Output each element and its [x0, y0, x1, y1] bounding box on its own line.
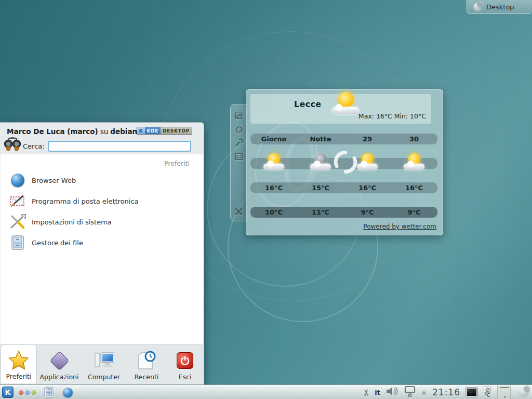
day-temp: 16°C — [391, 184, 437, 192]
kickoff-search-row: Cerca: — [3, 138, 201, 154]
system-tray: ✂ it 21:16 >_ °C — [363, 385, 531, 399]
wetter-credit-link[interactable]: Powered by wetter.com — [363, 223, 436, 230]
desktop-toolbox-label: Desktop — [486, 3, 514, 11]
tab-label: Esci — [179, 373, 192, 381]
weather-header: Lecce Max: 16°C Min: 10°C — [250, 94, 431, 124]
favorite-item-email[interactable]: Programma di posta elettronica — [1, 191, 203, 211]
weather-tray-widget[interactable]: °C — [482, 387, 493, 398]
night-temp: 10°C — [250, 208, 297, 216]
badge-kde-label: KDE — [145, 127, 161, 134]
column-label: 29 — [344, 135, 391, 143]
weather-widget: Lecce Max: 16°C Min: 10°C Giorno Notte 2… — [246, 89, 443, 235]
weather-night-temps-row: 10°C 11°C 9°C 9°C — [250, 207, 437, 218]
konsole-icon[interactable]: >_ — [466, 388, 477, 397]
computer-icon — [94, 350, 114, 371]
tray-expander-icon[interactable] — [421, 391, 427, 394]
configure-wrench-icon[interactable] — [234, 139, 243, 147]
panel-cashew-icon[interactable] — [518, 387, 529, 397]
email-icon — [9, 192, 26, 210]
kde-desktop-badge: K KDE DESKTOP — [137, 127, 192, 135]
applications-diamond-icon — [49, 350, 70, 371]
kickoff-user-title: Marco De Luca (marco)sudebian — [7, 127, 137, 136]
file-manager-launcher[interactable] — [43, 387, 55, 398]
recent-documents-icon — [136, 350, 157, 371]
panel-clock[interactable]: 21:16 — [432, 387, 460, 397]
green-dot-icon — [31, 390, 36, 395]
night-temp: 9°C — [391, 208, 437, 216]
kickoff-menu: Marco De Luca (marco)sudebian K KDE DESK… — [0, 122, 204, 385]
widget-handle[interactable] — [230, 104, 247, 221]
column-label: Giorno — [250, 135, 297, 143]
weather-max-min: Max: 16°C Min: 10°C — [358, 112, 426, 120]
tab-label: Preferiti — [6, 373, 32, 380]
blue-dot-icon — [25, 390, 30, 395]
file-cabinet-icon — [9, 234, 26, 251]
weather-city: Lecce — [294, 99, 321, 109]
power-icon — [175, 350, 195, 371]
column-label: 30 — [391, 135, 437, 143]
web-browser-icon — [9, 171, 26, 189]
tab-esci[interactable]: Esci — [167, 345, 203, 384]
red-dot-icon — [19, 390, 23, 395]
tab-label: Computer — [88, 373, 120, 381]
tab-recenti[interactable]: Recenti — [126, 345, 167, 384]
day-temp: 16°C — [250, 184, 297, 192]
panel-widget-strip[interactable] — [497, 385, 511, 399]
bottom-panel: K ✂ it 21:16 >_ — [0, 385, 532, 399]
sun-behind-clouds-icon — [331, 91, 361, 116]
weather-column-headers: Giorno Notte 29 30 — [250, 134, 437, 144]
close-icon[interactable] — [234, 207, 243, 216]
tab-label: Applicazioni — [40, 373, 79, 381]
kickoff-tab-bar: Preferiti Applicazioni Computer Recenti — [1, 344, 203, 384]
tab-label: Recenti — [135, 373, 159, 381]
volume-icon[interactable] — [385, 386, 398, 398]
day-temp: 15°C — [297, 184, 344, 192]
favorite-item-file-manager[interactable]: Gestore dei file — [1, 232, 203, 253]
network-monitor-icon[interactable] — [403, 385, 417, 399]
favorites-section-label: Preferiti — [164, 159, 190, 167]
resize-icon[interactable] — [234, 112, 243, 120]
host-name: debian — [110, 127, 137, 136]
tab-computer[interactable]: Computer — [82, 345, 126, 384]
rotate-icon[interactable] — [234, 125, 243, 134]
weather-day-temps-row: 16°C 15°C 16°C 16°C — [250, 182, 437, 193]
sun-behind-clouds-icon — [403, 153, 425, 171]
no-data-icon — [484, 387, 491, 393]
sun-behind-clouds-icon — [262, 153, 285, 171]
desktop-background: Desktop Lecce Max: 16°C Min: 10°C — [0, 0, 532, 399]
cashew-icon — [473, 3, 482, 11]
tab-applicazioni[interactable]: Applicazioni — [37, 345, 82, 384]
busy-spinner-icon — [330, 147, 361, 177]
tab-preferiti[interactable]: Preferiti — [1, 344, 37, 383]
desktop-toolbox-button[interactable]: Desktop — [467, 0, 532, 14]
search-input[interactable] — [48, 141, 191, 152]
title-separator: su — [100, 127, 109, 136]
keyboard-layout-indicator[interactable]: it — [375, 389, 380, 396]
kde-menu-button[interactable]: K — [2, 387, 14, 398]
column-label: Notte — [297, 135, 344, 143]
night-temp: 9°C — [344, 208, 391, 216]
activity-dots-icon[interactable] — [19, 390, 36, 395]
kde-logo-icon: K — [137, 127, 145, 134]
klipper-scissors-icon[interactable]: ✂ — [362, 389, 371, 396]
user-name: Marco De Luca (marco) — [7, 127, 98, 136]
maximize-icon[interactable] — [234, 152, 243, 161]
star-icon — [8, 350, 29, 370]
badge-desktop-label: DESKTOP — [161, 127, 192, 134]
tools-icon — [9, 213, 26, 231]
favorite-item-browser-web[interactable]: Browser Web — [1, 170, 203, 191]
favorite-item-system-settings[interactable]: Impostazioni di sistema — [1, 211, 203, 232]
night-temp: 11°C — [297, 208, 344, 216]
web-browser-launcher[interactable] — [62, 387, 73, 398]
moon-behind-clouds-icon — [309, 153, 332, 171]
day-temp: 16°C — [344, 184, 391, 192]
kickoff-favorites-list: Preferiti Browser Web Programma di posta… — [1, 154, 203, 345]
weather-tray-unit: °C — [485, 393, 490, 398]
search-label: Cerca: — [23, 142, 45, 150]
